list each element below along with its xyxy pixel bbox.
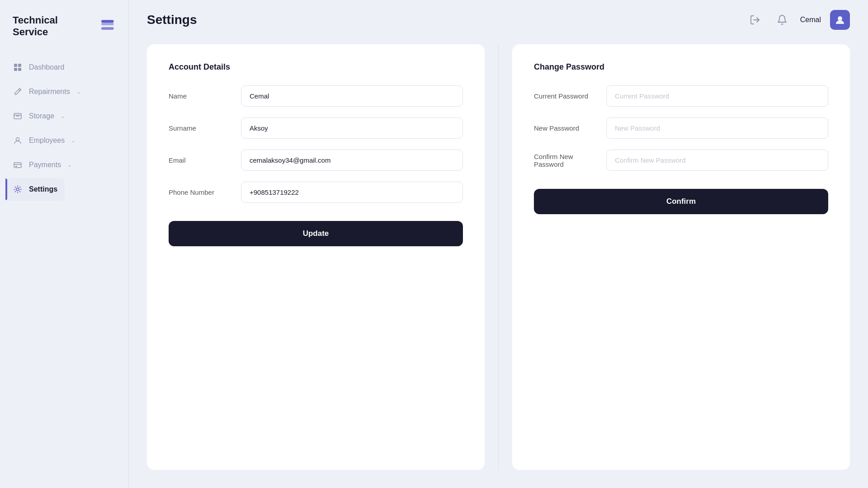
current-password-row: Current Password: [534, 85, 828, 107]
current-password-input[interactable]: [606, 85, 828, 107]
sidebar-item-dashboard[interactable]: Dashboard: [5, 56, 71, 79]
change-password-panel: Change Password Current Password New Pas…: [512, 44, 850, 470]
surname-input[interactable]: [241, 117, 463, 139]
svg-rect-3: [14, 64, 17, 67]
dashboard-icon: [13, 62, 23, 72]
svg-rect-9: [14, 163, 21, 168]
svg-rect-4: [18, 64, 21, 67]
sidebar-item-label-payments: Payments: [29, 161, 61, 169]
phone-row: Phone Number: [169, 182, 463, 203]
sidebar-item-label-storage: Storage: [29, 112, 54, 120]
new-password-input[interactable]: [606, 117, 828, 139]
svg-point-8: [16, 138, 19, 141]
notification-icon[interactable]: [773, 11, 791, 29]
settings-icon: [13, 184, 23, 194]
header: Settings Cemal: [129, 0, 868, 40]
update-button[interactable]: Update: [169, 221, 463, 246]
sidebar-item-label-dashboard: Dashboard: [29, 63, 64, 71]
payments-icon: [13, 160, 23, 170]
new-password-row: New Password: [534, 117, 828, 139]
svg-rect-1: [101, 27, 114, 30]
employees-icon: [13, 136, 23, 145]
chevron-down-icon: ⌄: [76, 89, 81, 95]
nav-wrapper-settings: Settings: [5, 178, 123, 201]
email-label: Email: [169, 156, 232, 164]
email-row: Email: [169, 150, 463, 171]
svg-rect-6: [18, 68, 21, 71]
chevron-down-icon-4: ⌄: [67, 162, 72, 168]
content-area: Account Details Name Surname Email Phone…: [129, 40, 868, 488]
sidebar: Technical Service Dashboard: [0, 0, 129, 488]
svg-rect-10: [15, 166, 17, 167]
header-actions: Cemal: [746, 10, 850, 30]
svg-rect-5: [14, 68, 17, 71]
change-password-title: Change Password: [534, 62, 828, 72]
confirm-password-label: Confirm New Password: [534, 153, 597, 168]
logout-icon[interactable]: [746, 11, 764, 29]
stack-icon: [99, 18, 116, 34]
account-details-panel: Account Details Name Surname Email Phone…: [147, 44, 485, 470]
avatar[interactable]: [830, 10, 850, 30]
panel-divider: [498, 44, 499, 470]
surname-row: Surname: [169, 117, 463, 139]
current-password-label: Current Password: [534, 92, 597, 100]
svg-point-13: [838, 16, 842, 21]
account-details-title: Account Details: [169, 62, 463, 72]
sidebar-item-storage[interactable]: Storage ⌄: [5, 105, 72, 127]
sidebar-item-label-repairments: Repairments: [29, 88, 70, 96]
repairments-icon: [13, 87, 23, 97]
sidebar-item-label-settings: Settings: [29, 185, 57, 193]
nav-wrapper-employees: Employees ⌄: [5, 129, 123, 152]
main-content: Settings Cemal: [129, 0, 868, 488]
sidebar-item-label-employees: Employees: [29, 136, 65, 145]
name-input[interactable]: [241, 85, 463, 107]
logo-area: Technical Service: [0, 0, 128, 56]
name-label: Name: [169, 92, 232, 100]
sidebar-item-employees[interactable]: Employees ⌄: [5, 129, 83, 152]
phone-label: Phone Number: [169, 188, 232, 196]
email-input[interactable]: [241, 150, 463, 171]
active-indicator: [5, 178, 7, 200]
nav-wrapper-dashboard: Dashboard: [5, 56, 123, 79]
nav-wrapper-storage: Storage ⌄: [5, 105, 123, 127]
logo-text: Technical Service: [13, 14, 95, 38]
sidebar-item-repairments[interactable]: Repairments ⌄: [5, 80, 88, 103]
nav-wrapper-repairments: Repairments ⌄: [5, 80, 123, 103]
name-row: Name: [169, 85, 463, 107]
nav-menu: Dashboard Repairments ⌄: [0, 56, 128, 201]
confirm-password-row: Confirm New Password: [534, 150, 828, 171]
nav-wrapper-payments: Payments ⌄: [5, 154, 123, 176]
confirm-button[interactable]: Confirm: [534, 189, 828, 214]
svg-point-11: [16, 188, 19, 191]
header-username: Cemal: [800, 16, 821, 24]
svg-rect-2: [101, 20, 114, 23]
chevron-down-icon-2: ⌄: [61, 113, 65, 119]
svg-rect-0: [101, 23, 114, 25]
storage-icon: [13, 111, 23, 121]
sidebar-item-payments[interactable]: Payments ⌄: [5, 154, 79, 176]
new-password-label: New Password: [534, 124, 597, 132]
chevron-down-icon-3: ⌄: [71, 137, 75, 144]
phone-input[interactable]: [241, 182, 463, 203]
confirm-password-input[interactable]: [606, 150, 828, 171]
page-title: Settings: [147, 13, 746, 27]
sidebar-item-settings[interactable]: Settings: [5, 178, 65, 201]
surname-label: Surname: [169, 124, 232, 132]
